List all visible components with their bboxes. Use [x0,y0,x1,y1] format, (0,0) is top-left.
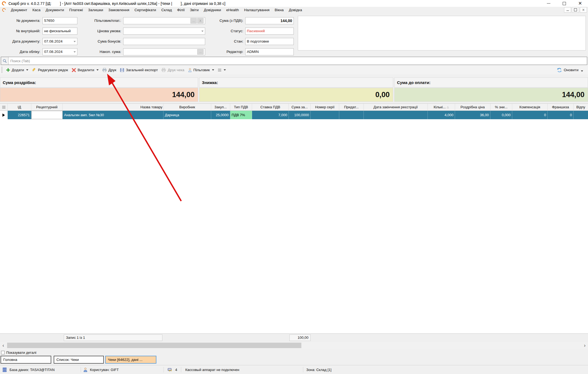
details-checkbox[interactable] [1,351,5,354]
details-toggle-row: Показувати деталі [0,350,588,355]
minimize-button[interactable] [541,0,556,7]
delete-button[interactable]: Видалити [72,68,99,72]
account-date-field[interactable]: 07.08.2024 [43,48,77,55]
menu-sertyfikaty[interactable]: Сертифікати [134,8,156,12]
tab-home[interactable]: Головна [1,356,51,364]
column-header-vat-rate[interactable]: Ставка ПДВ [252,104,289,110]
column-header-prescription[interactable]: Рецептурний [31,104,63,110]
editor-label: Редактор: [210,48,243,55]
app-logo-icon [1,1,7,6]
menu-dovidnyky[interactable]: Довідники [204,8,221,12]
menu-ehealth[interactable]: eHealth [226,8,239,12]
menu-filii[interactable]: Філії [177,8,185,12]
column-header-reg-end[interactable]: Дата закінчення реєстрації [364,104,428,110]
column-header-dispense[interactable]: Відпу [574,104,588,110]
accum-sum-field[interactable]: ... [123,48,205,55]
column-header-franchise[interactable]: Франшиза [548,104,574,110]
toolbar-grip[interactable] [1,67,2,73]
column-header-purchase[interactable]: Закуп... [211,104,230,110]
tab-list-cheky[interactable]: Список: Чеки [54,356,104,364]
column-header-retail-price[interactable]: Роздрібна ціна [455,104,490,110]
footer-sum: 100,00 [289,334,311,341]
search-button[interactable] [1,57,8,65]
menu-zalyshky[interactable]: Залишки [88,8,103,12]
column-header-product-name[interactable]: Назва товару [63,104,163,110]
price-condition-select[interactable] [123,28,205,35]
menu-zamovlennia[interactable]: Замовлення [108,8,129,12]
account-date-label: Дата обліку: [3,48,40,55]
cash-count: 4 [175,368,177,372]
row-selector[interactable] [0,111,8,119]
menu-platezhi[interactable]: Платежі [69,8,83,12]
accum-sum-lookup-button[interactable]: ... [197,49,204,55]
column-header-qty[interactable]: Кількі...△ [428,104,455,110]
side-panel [298,16,586,50]
menu-dokument[interactable]: Документ [11,8,27,12]
printer-icon [102,68,107,72]
print-receipt-button[interactable]: Друк чека [161,68,184,72]
status-field: Пасивний [245,28,294,35]
doc-date-field[interactable]: 07.08.2024 [43,38,77,45]
column-header-serial[interactable]: Номер серії [311,104,339,110]
refresh-button[interactable]: Оновити [557,68,583,73]
column-header-discount-pct[interactable]: % зни... [490,104,512,110]
cell-manufacturer: Дарница [163,111,211,119]
menu-sklad[interactable]: Склад [161,8,172,12]
cell-prescription[interactable] [31,111,63,119]
grid-corner-button[interactable] [0,104,8,110]
add-button[interactable]: Додати [6,68,28,72]
price-condition-label: Цінова умова: [82,28,121,35]
menu-dokumenty[interactable]: Документи [46,8,64,12]
column-header-compensation[interactable]: Компенсація [512,104,548,110]
mdi-minimize-button[interactable] [564,7,571,13]
beneficiary-lookup-button[interactable]: ... [190,18,197,23]
mdi-restore-button[interactable] [572,7,579,13]
details-checkbox-label: Показувати деталі [6,351,36,355]
row-indicator-icon [2,113,5,117]
beneficiary-button[interactable]: Пільговик [188,68,214,72]
close-icon: × [582,8,584,12]
mdi-close-button[interactable]: × [580,7,587,13]
scrollbar-thumb[interactable] [7,343,301,348]
cell-retail-price: 36,00 [455,111,490,119]
restore-button[interactable] [556,0,572,7]
chevron-down-icon [74,51,76,53]
column-header-id[interactable]: ІД [8,104,31,110]
tab-cheky-active[interactable]: Чеки [64622], дані ... [105,356,156,364]
view-options-button[interactable] [218,68,226,72]
export-all-button[interactable]: Загальний експорт [120,68,158,72]
horizontal-scrollbar[interactable]: ‹ › [0,342,588,349]
column-header-sum-for[interactable]: Сума за... [289,104,311,110]
beneficiary-clear-button[interactable]: X [197,18,204,23]
doc-number-field[interactable]: 57650 [43,17,77,24]
menu-vikna[interactable]: Вікна [275,8,284,12]
menu-nalashtuvannia[interactable]: Налаштування [244,8,269,12]
search-input[interactable] [8,57,587,65]
print-button[interactable]: Друк [102,68,116,72]
menu-kasa[interactable]: Каса [32,8,41,12]
total-vat-field[interactable]: 144,00 [245,17,294,24]
edit-row-button[interactable]: Редагувати рядок [32,68,68,72]
chevron-down-icon [581,70,583,72]
bonus-sum-field[interactable] [123,38,205,45]
app-menu-icon [1,7,6,12]
cell-franchise: 0 [548,111,574,119]
menu-dovidka[interactable]: Довідка [289,8,302,12]
internal-number-field[interactable]: не фискальный [43,28,77,35]
column-header-vat-type[interactable]: Тип ПДВ [230,104,252,110]
table-row[interactable]: 226571 Анальгин амп. 5мл №30 Дарница 25,… [0,111,588,119]
zone-text: Зона: Склад [1] [306,365,331,374]
close-button[interactable]: ✕ [572,0,588,7]
menu-zvity[interactable]: Звіти [190,8,199,12]
chevron-down-icon [74,41,76,42]
internal-number-label: № внутрішній: [3,28,40,35]
column-header-expiry[interactable]: Придат... [339,104,364,110]
column-header-manufacturer[interactable]: Виробник [163,104,211,110]
scroll-right-arrow-icon[interactable]: › [581,342,588,349]
total-vat-label: Сума (з ПДВ): [210,17,243,24]
scroll-left-arrow-icon[interactable]: ‹ [0,342,7,349]
cell-serial [311,111,339,119]
refresh-icon [557,68,562,73]
beneficiary-field[interactable]: ... X [123,17,205,24]
statusbar-separator [81,367,81,372]
